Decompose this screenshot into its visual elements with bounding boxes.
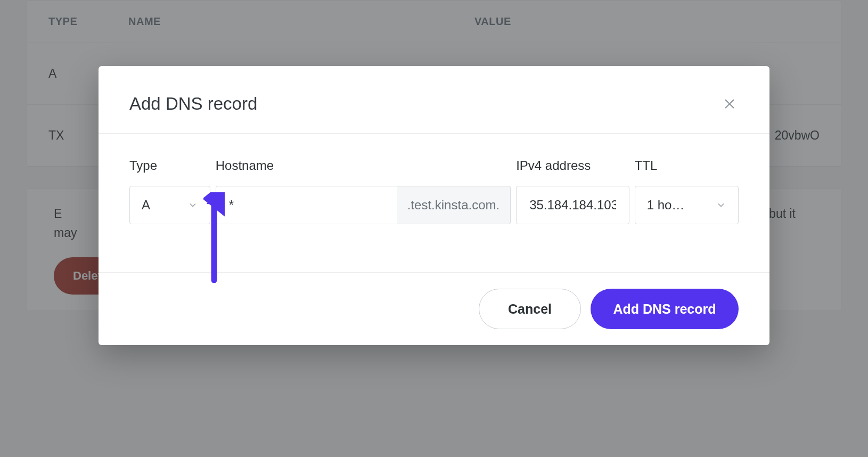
cancel-label: Cancel [508,301,552,317]
ttl-select[interactable]: 1 ho… [635,186,739,224]
modal-title: Add DNS record [129,94,257,114]
field-hostname: Hostname .test.kinsta.com. [216,158,511,224]
chevron-down-icon [187,200,198,210]
field-type: Type A [129,158,210,224]
close-button[interactable] [720,95,739,113]
hostname-input[interactable] [228,186,385,224]
submit-label: Add DNS record [613,301,716,317]
field-ipv4: IPv4 address [516,158,629,224]
submit-button[interactable]: Add DNS record [591,289,739,329]
ipv4-input-wrap [516,186,629,224]
modal-footer: Cancel Add DNS record [99,272,769,345]
modal-header: Add DNS record [99,66,769,134]
label-type: Type [129,158,210,173]
type-select[interactable]: A [129,186,210,224]
label-ttl: TTL [635,158,739,173]
label-ipv4: IPv4 address [516,158,629,173]
modal-overlay: Add DNS record Type A Hostname [0,0,868,457]
field-ttl: TTL 1 ho… [635,158,739,224]
add-dns-record-modal: Add DNS record Type A Hostname [99,66,769,345]
hostname-input-wrap [216,186,397,224]
hostname-suffix: .test.kinsta.com. [397,186,511,224]
close-icon [724,97,735,111]
type-select-value: A [142,198,150,213]
cancel-button[interactable]: Cancel [479,289,581,329]
ttl-select-value: 1 ho… [647,198,685,213]
ipv4-input[interactable] [528,186,617,224]
chevron-down-icon [716,200,726,210]
modal-body: Type A Hostname .test.kinsta.com. [99,134,769,272]
label-hostname: Hostname [216,158,511,173]
